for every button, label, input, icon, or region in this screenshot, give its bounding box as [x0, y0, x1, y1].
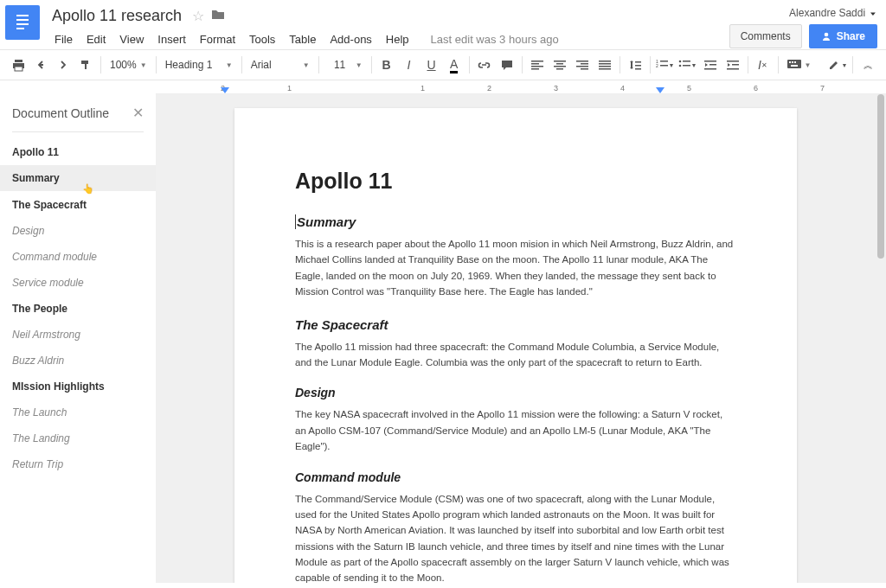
align-left-icon[interactable]: [526, 54, 549, 76]
outline-item[interactable]: The People: [0, 296, 156, 322]
doc-paragraph[interactable]: The Apollo 11 mission had three spacecra…: [295, 339, 736, 371]
svg-rect-35: [709, 64, 716, 66]
doc-paragraph[interactable]: The Command/Service Module (CSM) was one…: [295, 491, 736, 583]
outline-item[interactable]: Neil Armstrong: [0, 322, 156, 348]
svg-rect-2: [16, 23, 29, 25]
menu-tools[interactable]: Tools: [243, 29, 281, 49]
doc-paragraph[interactable]: This is a research paper about the Apoll…: [295, 236, 736, 300]
svg-rect-29: [660, 65, 668, 67]
bold-icon[interactable]: B: [376, 54, 398, 76]
cursor-icon: 👆: [82, 183, 156, 195]
svg-rect-7: [15, 67, 22, 71]
align-justify-icon[interactable]: [594, 54, 616, 76]
menu-insert[interactable]: Insert: [151, 29, 192, 49]
paint-format-icon[interactable]: [74, 54, 97, 76]
svg-rect-11: [531, 63, 539, 65]
outline-item[interactable]: Service module: [0, 270, 156, 296]
svg-rect-44: [791, 65, 798, 67]
svg-rect-3: [16, 28, 24, 29]
collapse-toolbar-icon[interactable]: ︽: [857, 54, 879, 76]
line-spacing-icon[interactable]: [624, 54, 646, 76]
document-canvas[interactable]: Apollo 11 SummaryThis is a research pape…: [156, 94, 876, 583]
menu-bar: FileEditViewInsertFormatToolsTableAdd-on…: [48, 29, 729, 49]
bulleted-list-icon[interactable]: ▼: [677, 54, 699, 76]
outline-item[interactable]: MIssion Highlights: [0, 374, 156, 399]
docs-logo[interactable]: [5, 5, 40, 40]
numbered-list-icon[interactable]: 12▼: [654, 54, 677, 76]
doc-heading[interactable]: The Spacecraft: [295, 317, 736, 332]
doc-paragraph[interactable]: The key NASA spacecraft involved in the …: [295, 406, 736, 454]
outline-item[interactable]: The Spacecraft: [0, 192, 156, 218]
user-name[interactable]: Alexandre Saddi: [789, 7, 865, 19]
font-size-select[interactable]: 11▼: [323, 54, 368, 76]
close-icon[interactable]: ✕: [132, 105, 144, 121]
svg-rect-24: [599, 66, 611, 67]
star-icon[interactable]: ☆: [192, 8, 204, 24]
svg-point-30: [678, 61, 681, 63]
redo-icon[interactable]: [52, 54, 74, 76]
doc-heading-1[interactable]: Apollo 11: [295, 169, 736, 194]
svg-rect-22: [599, 61, 611, 62]
outline-item[interactable]: Command module: [0, 244, 156, 270]
align-right-icon[interactable]: [571, 54, 594, 76]
menu-format[interactable]: Format: [194, 29, 241, 49]
increase-indent-icon[interactable]: [722, 54, 744, 76]
input-tools-icon[interactable]: ▼: [782, 54, 817, 76]
svg-rect-39: [727, 68, 739, 70]
svg-point-31: [678, 65, 681, 67]
svg-rect-0: [16, 15, 29, 16]
svg-rect-23: [599, 63, 611, 65]
share-button[interactable]: Share: [809, 24, 877, 48]
undo-icon[interactable]: [29, 54, 52, 76]
svg-rect-41: [789, 61, 791, 63]
decrease-indent-icon[interactable]: [699, 54, 722, 76]
menu-table[interactable]: Table: [283, 29, 322, 49]
outline-item[interactable]: Design: [0, 218, 156, 244]
doc-heading[interactable]: Summary: [295, 214, 736, 229]
horizontal-ruler[interactable]: 211234567: [156, 80, 886, 94]
editing-mode-icon[interactable]: ▼: [826, 54, 849, 76]
doc-heading[interactable]: Design: [295, 386, 736, 399]
align-center-icon[interactable]: [549, 54, 571, 76]
document-title[interactable]: Apollo 11 research: [48, 5, 185, 27]
underline-icon[interactable]: U: [421, 54, 443, 76]
svg-rect-38: [732, 64, 739, 66]
svg-rect-21: [581, 68, 588, 70]
svg-rect-10: [531, 61, 543, 62]
svg-rect-19: [581, 63, 588, 65]
vertical-scrollbar[interactable]: [876, 94, 886, 583]
comments-button[interactable]: Comments: [729, 24, 802, 48]
outline-item[interactable]: The Launch: [0, 399, 156, 425]
svg-rect-8: [81, 61, 88, 64]
person-icon: [821, 31, 831, 42]
svg-rect-25: [599, 68, 611, 70]
folder-icon[interactable]: [211, 9, 225, 24]
doc-heading[interactable]: Command module: [295, 470, 736, 484]
menu-file[interactable]: File: [48, 29, 79, 49]
app-header: Apollo 11 research ☆ FileEditViewInsertF…: [0, 0, 886, 49]
text-color-icon[interactable]: A: [443, 54, 465, 76]
insert-link-icon[interactable]: [473, 54, 496, 76]
insert-comment-icon[interactable]: [496, 54, 518, 76]
svg-rect-9: [85, 64, 87, 69]
page[interactable]: Apollo 11 SummaryThis is a research pape…: [234, 108, 797, 583]
outline-item[interactable]: Return Trip: [0, 451, 156, 477]
menu-help[interactable]: Help: [380, 29, 415, 49]
svg-rect-20: [576, 66, 588, 67]
menu-view[interactable]: View: [113, 29, 150, 49]
clear-formatting-icon[interactable]: I✕: [752, 54, 774, 76]
outline-item[interactable]: The Landing: [0, 425, 156, 451]
scrollbar-thumb[interactable]: [877, 94, 884, 259]
user-menu-caret-icon[interactable]: ▼: [869, 10, 877, 16]
toolbar: 100%▼ Heading 1▼ Arial▼ 11▼ B I U A 12▼ …: [0, 49, 886, 80]
outline-item[interactable]: Apollo 11: [0, 139, 156, 165]
outline-item[interactable]: Buzz Aldrin: [0, 348, 156, 374]
paragraph-style-select[interactable]: Heading 1▼: [160, 54, 238, 76]
font-family-select[interactable]: Arial▼: [246, 54, 315, 76]
svg-rect-13: [531, 68, 539, 70]
zoom-select[interactable]: 100%▼: [105, 54, 152, 76]
menu-edit[interactable]: Edit: [80, 29, 112, 49]
print-icon[interactable]: [7, 54, 29, 76]
italic-icon[interactable]: I: [398, 54, 421, 76]
menu-add-ons[interactable]: Add-ons: [324, 29, 377, 49]
